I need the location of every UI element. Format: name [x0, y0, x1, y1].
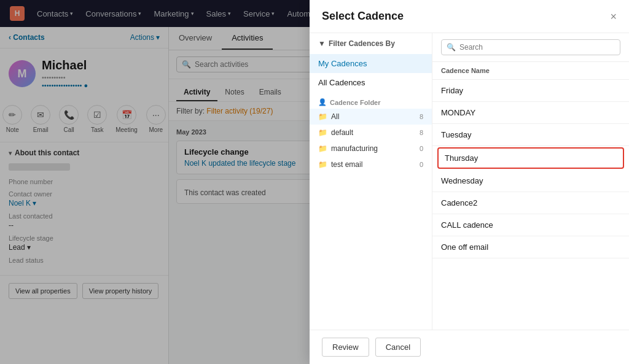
folder-default-label: default	[331, 128, 353, 137]
cadence-search-wrap: 🔍	[441, 39, 620, 55]
cadence-row-label: Wednesday	[441, 176, 483, 185]
folder-default[interactable]: 📁 default 8	[310, 125, 432, 141]
cadence-row-label: MONDAY	[441, 108, 475, 117]
filter-header-label: Filter Cadences By	[329, 39, 395, 48]
modal-body: ▼ Filter Cadences By My Cadences All Cad…	[310, 33, 629, 330]
folder-manufacturing[interactable]: 📁 manufacturing 0	[310, 141, 432, 157]
select-cadence-modal: Select Cadence × ▼ Filter Cadences By My…	[310, 0, 629, 364]
folder-section-label: Cadence Folder	[330, 99, 381, 106]
filter-cadences-header: ▼ Filter Cadences By	[310, 33, 432, 54]
folder-all[interactable]: 📁 All 8	[310, 109, 432, 125]
search-icon: 🔍	[447, 43, 456, 52]
folder-test-email-label: test email	[331, 160, 362, 169]
modal-overlay: Select Cadence × ▼ Filter Cadences By My…	[0, 0, 629, 364]
cadence-friday[interactable]: Friday	[432, 80, 629, 102]
cadence-row-label: Cadence2	[441, 198, 477, 207]
cadence-search-input[interactable]	[459, 43, 615, 52]
cadence-row-label: Friday	[441, 86, 463, 95]
cadence-row-label: Tuesday	[441, 130, 471, 139]
folder-icon: 📁	[318, 128, 327, 137]
folder-default-count: 8	[420, 129, 423, 136]
cadence-thursday[interactable]: Thursday	[437, 147, 624, 169]
folder-test-email-count: 0	[420, 161, 423, 168]
modal-footer: Review Cancel	[310, 330, 629, 364]
cadence-table-header: Cadence Name	[432, 62, 629, 80]
cadence-search-area: 🔍	[432, 33, 629, 62]
modal-cadence-panel: 🔍 Cadence Name Friday MONDAY Tuesday	[432, 33, 629, 330]
modal-filter-panel: ▼ Filter Cadences By My Cadences All Cad…	[310, 33, 432, 330]
my-cadences-label: My Cadences	[318, 59, 367, 68]
modal-title: Select Cadence	[322, 10, 404, 23]
folder-icon: 📁	[318, 112, 327, 121]
cadence-row-label: CALL cadence	[441, 220, 493, 230]
person-icon: 👤	[318, 98, 327, 106]
cadence-row-label: Thursday	[445, 153, 478, 163]
folder-all-count: 8	[420, 113, 423, 120]
folder-icon: 📁	[318, 160, 327, 169]
cadence-monday[interactable]: MONDAY	[432, 102, 629, 124]
cadence-tuesday[interactable]: Tuesday	[432, 124, 629, 146]
folder-icon: 📁	[318, 144, 327, 153]
modal-header: Select Cadence ×	[310, 0, 629, 33]
cadence-row-label: One off email	[441, 242, 488, 252]
cadence-name-column: Cadence Name	[441, 67, 490, 74]
folder-all-label: All	[331, 112, 339, 121]
folder-manufacturing-label: manufacturing	[331, 144, 378, 153]
all-cadences-label: All Cadences	[318, 78, 365, 87]
cadence-folder-section: 👤 Cadence Folder	[310, 92, 432, 109]
cadence-one-off-email[interactable]: One off email	[432, 236, 629, 258]
cancel-button[interactable]: Cancel	[375, 338, 421, 357]
cadence-list: Friday MONDAY Tuesday Thursday Wednesday	[432, 80, 629, 330]
cadence-wednesday[interactable]: Wednesday	[432, 170, 629, 192]
filter-my-cadences[interactable]: My Cadences	[310, 54, 432, 73]
filter-icon: ▼	[318, 39, 326, 48]
folder-manufacturing-count: 0	[420, 145, 423, 152]
review-button[interactable]: Review	[322, 338, 369, 357]
folder-test-email[interactable]: 📁 test email 0	[310, 157, 432, 172]
cadence-cadence2[interactable]: Cadence2	[432, 192, 629, 214]
filter-all-cadences[interactable]: All Cadences	[310, 73, 432, 92]
modal-close-button[interactable]: ×	[610, 11, 617, 22]
cadence-call-cadence[interactable]: CALL cadence	[432, 214, 629, 236]
